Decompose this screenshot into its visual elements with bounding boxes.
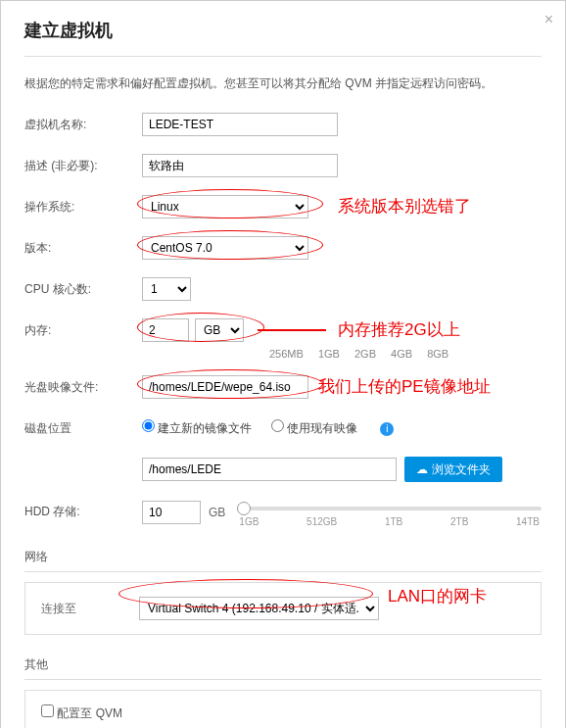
network-annotation: LAN口的网卡 [388,585,487,607]
description-label: 描述 (非必要): [24,158,142,174]
assign-qvm-checkbox[interactable] [41,704,54,717]
network-box: 连接至 Virtual Switch 4 (192.168.49.10 / 实体… [24,582,542,635]
memory-label: 内存: [24,322,142,339]
dialog-header: 建立虚拟机 [1,1,565,56]
radio-new-image[interactable]: 建立新的镜像文件 [142,421,252,435]
memory-unit-select[interactable]: GB [195,318,244,342]
annotation-line [258,329,326,331]
assign-qvm-row[interactable]: 配置至 QVM [41,704,525,722]
os-select[interactable]: Linux [142,195,308,218]
network-select[interactable]: Virtual Switch 4 (192.168.49.10 / 实体适... [139,597,379,620]
cpu-label: CPU 核心数: [24,281,142,298]
slider-ticks: 1GB 512GB 1TB 2TB 14TB [237,516,542,527]
hdd-slider[interactable]: 1GB 512GB 1TB 2TB 14TB [237,497,542,527]
version-select[interactable]: CentOS 7.0 [142,236,308,260]
hdd-unit: GB [209,506,225,519]
memory-presets: 256MB 1GB 2GB 4GB 8GB [142,348,542,360]
version-label: 版本: [24,240,142,257]
intro-text: 根据您的特定需求和偏好配置虚拟机。您甚至可以将其分配给 QVM 并指定远程访问密… [24,74,542,93]
iso-input[interactable] [142,375,308,399]
vm-name-input[interactable] [142,113,338,136]
disk-radio-group: 建立新的镜像文件 使用现有映像 i [142,419,394,437]
dialog-title: 建立虚拟机 [24,19,542,42]
info-icon[interactable]: i [380,422,394,436]
connect-to-label: 连接至 [41,601,139,617]
network-section-header: 网络 [24,549,542,572]
cloud-icon: ☁ [416,462,428,476]
hdd-input[interactable] [142,501,201,524]
create-vm-dialog: × 建立虚拟机 根据您的特定需求和偏好配置虚拟机。您甚至可以将其分配给 QVM … [0,0,566,728]
memory-input[interactable] [142,318,189,342]
slider-thumb[interactable] [237,502,251,515]
disk-path-input[interactable] [142,458,397,481]
close-icon[interactable]: × [544,11,553,28]
hdd-label: HDD 存储: [24,504,142,520]
description-input[interactable] [142,154,338,177]
memory-annotation: 内存推荐2G以上 [338,318,460,341]
dialog-body: 根据您的特定需求和偏好配置虚拟机。您甚至可以将其分配给 QVM 并指定远程访问密… [1,57,565,728]
other-section-header: 其他 [24,656,542,680]
browse-button[interactable]: ☁浏览文件夹 [404,457,502,482]
other-box: 配置至 QVM 设定 VNC 密码 VNC 密码: (a-z, A-Z, 0-9… [24,690,542,728]
cpu-select[interactable]: 1 [142,277,191,301]
vm-name-label: 虚拟机名称: [24,117,142,133]
iso-annotation: 我们上传的PE镜像地址 [318,375,491,398]
iso-label: 光盘映像文件: [24,379,142,396]
os-annotation: 系统版本别选错了 [338,195,471,218]
os-label: 操作系统: [24,199,142,216]
disk-location-label: 磁盘位置 [24,420,142,437]
radio-existing-image[interactable]: 使用现有映像 [271,421,357,435]
